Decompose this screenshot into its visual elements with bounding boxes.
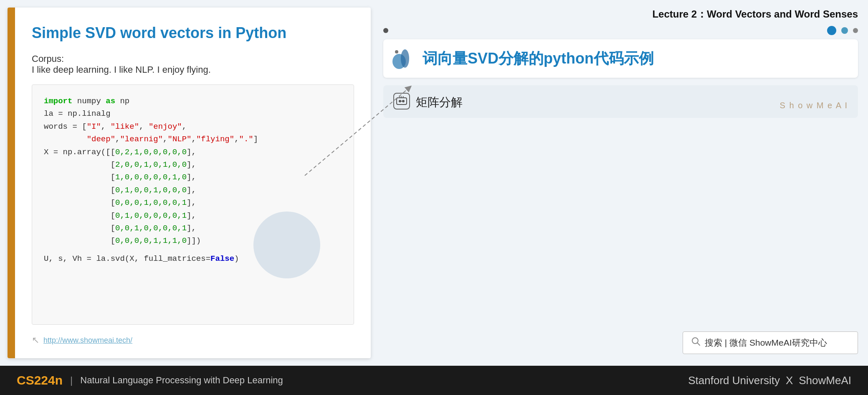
- bottom-description: Natural Language Processing with Deep Le…: [80, 375, 283, 386]
- lecture-title: Lecture 2：Word Vectors and Word Senses: [652, 8, 858, 21]
- code-line-1: import numpy as np: [44, 95, 342, 107]
- slide-title: Simple SVD word vectors in Python: [32, 24, 354, 42]
- code-line-4: "deep","learnig","NLP","flying","."]: [44, 133, 342, 145]
- search-bar-container: 搜索 | 微信 ShowMeAI研究中心: [383, 331, 858, 358]
- bottom-left: CS224n | Natural Language Processing wit…: [17, 373, 283, 387]
- card-text: 矩阵分解: [416, 93, 463, 110]
- slide-panel: Simple SVD word vectors in Python Corpus…: [8, 8, 371, 358]
- dots-decoration: [383, 26, 858, 35]
- code-line-2: la = np.linalg: [44, 107, 342, 120]
- showmeai-watermark: S h o w M e A I: [780, 101, 848, 110]
- dot-4: [853, 28, 858, 33]
- footer-url[interactable]: http://www.showmeai.tech/: [43, 336, 132, 345]
- cursor-icon: ↖: [32, 335, 39, 346]
- chinese-title-text: 词向量SVD分解的python代码示例: [423, 48, 850, 69]
- corpus-section: Corpus: I like deep learning. I like NLP…: [32, 54, 354, 75]
- dot-1: [383, 28, 388, 33]
- search-bar[interactable]: 搜索 | 微信 ShowMeAI研究中心: [683, 331, 858, 354]
- separator: |: [70, 375, 73, 386]
- code-line-6: [2,0,0,1,0,1,0,0],: [44, 158, 342, 171]
- svg-point-5: [402, 100, 405, 102]
- right-panel: Lecture 2：Word Vectors and Word Senses 词…: [371, 0, 868, 366]
- keyword-import: import: [44, 97, 72, 106]
- search-icon: [691, 337, 701, 349]
- chinese-title-section: 词向量SVD分解的python代码示例: [383, 39, 858, 78]
- svg-line-11: [698, 343, 700, 346]
- svg-point-2: [395, 50, 398, 54]
- bottom-bar: CS224n | Natural Language Processing wit…: [0, 366, 868, 395]
- showmeai-label: ShowMeAI: [799, 374, 851, 387]
- code-line-3: words = ["I", "like", "enjoy",: [44, 120, 342, 133]
- info-card: 矩阵分解 S h o w M e A I: [383, 85, 858, 118]
- right-header: Lecture 2：Word Vectors and Word Senses: [383, 8, 858, 21]
- svg-point-4: [399, 100, 401, 102]
- code-block: import numpy as np la = np.linalg words …: [32, 84, 354, 325]
- code-line-5: X = np.array([[0,2,1,0,0,0,0,0],: [44, 146, 342, 158]
- ai-icon: [393, 93, 410, 110]
- wave-icon: [392, 47, 415, 70]
- code-line-7: [1,0,0,0,0,0,1,0],: [44, 171, 342, 183]
- slide-footer: ↖ http://www.showmeai.tech/: [32, 335, 354, 346]
- corpus-label: Corpus:: [32, 54, 354, 64]
- code-line-8: [0,1,0,0,1,0,0,0],: [44, 184, 342, 196]
- stanford-label: Stanford University: [688, 374, 780, 387]
- x-separator: X: [786, 374, 793, 387]
- search-text: 搜索 | 微信 ShowMeAI研究中心: [705, 337, 827, 349]
- dot-2: [827, 26, 836, 35]
- dot-3: [841, 27, 848, 34]
- svg-point-1: [401, 49, 409, 68]
- code-line-9: [0,0,0,1,0,0,0,1],: [44, 196, 342, 209]
- corpus-text: I like deep learning. I like NLP. I enjo…: [32, 64, 354, 75]
- bottom-right: Stanford University X ShowMeAI: [688, 374, 851, 387]
- cs224n-label: CS224n: [17, 373, 63, 387]
- orange-bar: [8, 8, 15, 358]
- keyword-as: as: [106, 97, 115, 106]
- circle-decoration: [253, 212, 320, 278]
